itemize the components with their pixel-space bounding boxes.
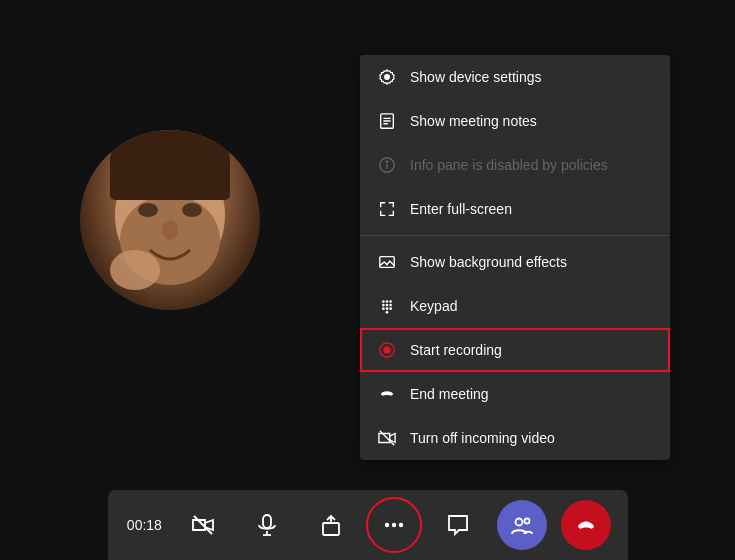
menu-item-keypad[interactable]: Keypad bbox=[360, 284, 670, 328]
menu-item-info-pane: Info pane is disabled by policies bbox=[360, 143, 670, 187]
menu-item-meeting-notes[interactable]: Show meeting notes bbox=[360, 99, 670, 143]
svg-point-34 bbox=[385, 523, 389, 527]
svg-point-19 bbox=[382, 304, 385, 307]
svg-point-27 bbox=[383, 346, 390, 353]
menu-label-meeting-notes: Show meeting notes bbox=[410, 113, 537, 129]
end-icon bbox=[378, 385, 396, 403]
more-options-button[interactable] bbox=[369, 500, 419, 550]
svg-point-16 bbox=[382, 300, 385, 303]
phone-end-icon bbox=[575, 514, 597, 536]
video-off-icon bbox=[378, 429, 396, 447]
svg-point-14 bbox=[386, 161, 387, 162]
svg-point-6 bbox=[162, 220, 178, 240]
record-icon bbox=[378, 341, 396, 359]
context-menu: Show device settings Show meeting notes … bbox=[360, 55, 670, 460]
share-icon bbox=[320, 514, 342, 536]
menu-label-device-settings: Show device settings bbox=[410, 69, 542, 85]
svg-point-20 bbox=[386, 304, 389, 307]
menu-label-turn-off-video: Turn off incoming video bbox=[410, 430, 555, 446]
svg-point-5 bbox=[182, 203, 202, 217]
svg-point-18 bbox=[389, 300, 392, 303]
menu-label-end-meeting: End meeting bbox=[410, 386, 489, 402]
menu-item-fullscreen[interactable]: Enter full-screen bbox=[360, 187, 670, 231]
hangup-button[interactable] bbox=[561, 500, 611, 550]
menu-label-start-recording: Start recording bbox=[410, 342, 502, 358]
gear-icon bbox=[378, 68, 396, 86]
svg-point-21 bbox=[389, 304, 392, 307]
svg-point-22 bbox=[382, 307, 385, 310]
svg-point-17 bbox=[386, 300, 389, 303]
menu-label-keypad: Keypad bbox=[410, 298, 457, 314]
call-timer: 00:18 bbox=[124, 517, 164, 533]
menu-item-turn-off-video[interactable]: Turn off incoming video bbox=[360, 416, 670, 460]
fullscreen-icon bbox=[378, 200, 396, 218]
face-svg bbox=[80, 130, 260, 310]
menu-item-device-settings[interactable]: Show device settings bbox=[360, 55, 670, 99]
svg-point-37 bbox=[515, 519, 522, 526]
svg-point-35 bbox=[392, 523, 396, 527]
menu-item-background[interactable]: Show background effects bbox=[360, 240, 670, 284]
notes-icon bbox=[378, 112, 396, 130]
svg-point-4 bbox=[138, 203, 158, 217]
keypad-icon bbox=[378, 297, 396, 315]
menu-item-start-recording[interactable]: Start recording bbox=[360, 328, 670, 372]
toolbar: 00:18 bbox=[108, 490, 628, 560]
svg-point-38 bbox=[524, 519, 529, 524]
menu-label-fullscreen: Enter full-screen bbox=[410, 201, 512, 217]
svg-line-29 bbox=[194, 516, 212, 534]
mic-button[interactable] bbox=[242, 500, 292, 550]
svg-rect-30 bbox=[263, 515, 271, 528]
svg-point-36 bbox=[399, 523, 403, 527]
video-button[interactable] bbox=[178, 500, 228, 550]
menu-label-info-pane: Info pane is disabled by policies bbox=[410, 157, 608, 173]
menu-label-background: Show background effects bbox=[410, 254, 567, 270]
svg-rect-15 bbox=[380, 257, 394, 268]
avatar bbox=[80, 130, 260, 310]
ellipsis-icon bbox=[383, 514, 405, 536]
chat-icon bbox=[447, 514, 469, 536]
mic-icon bbox=[256, 514, 278, 536]
people-button[interactable] bbox=[497, 500, 547, 550]
avatar-face bbox=[80, 130, 260, 310]
menu-item-end-meeting[interactable]: End meeting bbox=[360, 372, 670, 416]
info-icon bbox=[378, 156, 396, 174]
share-button[interactable] bbox=[306, 500, 356, 550]
svg-point-25 bbox=[386, 311, 389, 314]
video-slash-icon bbox=[192, 514, 214, 536]
svg-point-7 bbox=[110, 250, 160, 290]
svg-point-24 bbox=[389, 307, 392, 310]
chat-button[interactable] bbox=[433, 500, 483, 550]
people-icon bbox=[511, 514, 533, 536]
menu-divider-1 bbox=[360, 235, 670, 236]
svg-rect-33 bbox=[323, 523, 339, 535]
background-icon bbox=[378, 253, 396, 271]
svg-rect-3 bbox=[110, 160, 230, 200]
svg-point-23 bbox=[386, 307, 389, 310]
